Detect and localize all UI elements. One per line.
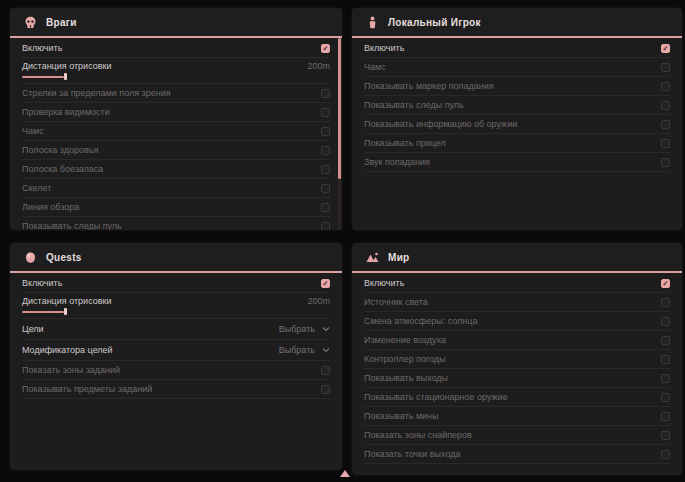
settings-row[interactable]: Показывать стационарное оружие bbox=[364, 388, 670, 407]
select-row[interactable]: Модификатора целей Выбрать bbox=[22, 340, 330, 361]
row-label: Показывать информацию об оружии bbox=[364, 119, 517, 129]
checkbox[interactable] bbox=[661, 431, 670, 440]
settings-row[interactable]: Показывать выходы bbox=[364, 369, 670, 388]
checkbox[interactable] bbox=[661, 317, 670, 326]
skull-icon bbox=[24, 16, 37, 29]
settings-row[interactable]: Линия обзора bbox=[22, 198, 330, 217]
row-label: Включить bbox=[364, 278, 404, 288]
row-label: Показывать следы пуль bbox=[364, 100, 464, 110]
checkbox[interactable] bbox=[661, 82, 670, 91]
panel-quests-header: Quests bbox=[10, 243, 342, 273]
settings-row[interactable]: Показывать мины bbox=[364, 407, 670, 426]
mountains-icon bbox=[366, 251, 379, 264]
checkbox[interactable] bbox=[661, 374, 670, 383]
checkbox[interactable] bbox=[661, 355, 670, 364]
settings-row[interactable]: Полоска боезапаса bbox=[22, 160, 330, 179]
checkbox[interactable] bbox=[661, 158, 670, 167]
settings-row[interactable]: Показывать прицел bbox=[364, 134, 670, 153]
slider-value: 200m bbox=[307, 296, 330, 306]
settings-row[interactable]: Показать зоны заданий bbox=[22, 361, 330, 380]
settings-row[interactable]: Звук попадания bbox=[364, 153, 670, 172]
settings-row[interactable]: Проверка видимости bbox=[22, 103, 330, 122]
cursor-triangle bbox=[340, 470, 350, 477]
checkbox[interactable] bbox=[661, 44, 670, 53]
row-label: Показывать маркер попадания bbox=[364, 81, 494, 91]
row-label: Линия обзора bbox=[22, 202, 79, 212]
settings-row[interactable]: Полоска здоровья bbox=[22, 141, 330, 160]
settings-row[interactable]: Включить bbox=[22, 274, 330, 293]
settings-row[interactable]: Показать точки выхода bbox=[364, 445, 670, 464]
settings-row[interactable]: Источник света bbox=[364, 293, 670, 312]
row-label: Модификатора целей bbox=[22, 345, 113, 355]
checkbox[interactable] bbox=[661, 412, 670, 421]
row-label: Включить bbox=[22, 278, 62, 288]
player-icon bbox=[366, 16, 379, 29]
overlay-menu: Враги Включить Дистанция отрисовки 200m … bbox=[0, 0, 685, 482]
row-label: Показывать следы пуль bbox=[22, 221, 122, 230]
settings-row[interactable]: Включить bbox=[364, 274, 670, 293]
settings-row[interactable]: Чамс bbox=[364, 58, 670, 77]
select-dropdown[interactable]: Выбрать bbox=[279, 324, 330, 334]
checkbox[interactable] bbox=[321, 203, 330, 212]
quests-orb-icon bbox=[24, 251, 37, 264]
panel-local-player: Локальный Игрок Включить Чамс Показывать… bbox=[352, 8, 682, 230]
slider-thumb[interactable] bbox=[64, 308, 67, 315]
row-label: Показать зоны снайперов bbox=[364, 430, 472, 440]
checkbox[interactable] bbox=[321, 108, 330, 117]
slider-thumb[interactable] bbox=[64, 73, 67, 80]
settings-row[interactable]: Включить bbox=[364, 39, 670, 58]
settings-row[interactable]: Показывать предметы заданий bbox=[22, 380, 330, 399]
row-label: Стрелки за пределами поля зрения bbox=[22, 88, 171, 98]
checkbox[interactable] bbox=[661, 393, 670, 402]
settings-row[interactable]: Чамс bbox=[22, 122, 330, 141]
slider-row: Дистанция отрисовки 200m bbox=[22, 293, 330, 319]
slider[interactable] bbox=[22, 73, 330, 80]
slider[interactable] bbox=[22, 308, 330, 315]
checkbox[interactable] bbox=[661, 450, 670, 459]
checkbox[interactable] bbox=[321, 222, 330, 231]
checkbox[interactable] bbox=[661, 279, 670, 288]
checkbox[interactable] bbox=[661, 101, 670, 110]
select-row[interactable]: Цели Выбрать bbox=[22, 319, 330, 340]
checkbox[interactable] bbox=[321, 89, 330, 98]
checkbox[interactable] bbox=[661, 139, 670, 148]
row-label: Показывать прицел bbox=[364, 138, 446, 148]
settings-row[interactable]: Показывать маркер попадания bbox=[364, 77, 670, 96]
chevron-down-icon bbox=[322, 346, 330, 354]
checkbox[interactable] bbox=[661, 298, 670, 307]
panel-world-body: Включить Источник света Смена атмосферы:… bbox=[352, 273, 682, 475]
row-label: Включить bbox=[364, 43, 404, 53]
panel-enemies-body: Включить Дистанция отрисовки 200m Стрелк… bbox=[10, 38, 342, 230]
settings-row[interactable]: Показывать информацию об оружии bbox=[364, 115, 670, 134]
settings-row[interactable]: Включить bbox=[22, 39, 330, 58]
settings-row[interactable]: Стрелки за пределами поля зрения bbox=[22, 84, 330, 103]
settings-row[interactable]: Смена атмосферы: солнца bbox=[364, 312, 670, 331]
checkbox[interactable] bbox=[661, 63, 670, 72]
settings-row[interactable]: Показывать следы пуль bbox=[22, 217, 330, 230]
checkbox[interactable] bbox=[321, 385, 330, 394]
slider-value: 200m bbox=[307, 61, 330, 71]
slider-fill bbox=[22, 311, 64, 313]
row-label: Показывать предметы заданий bbox=[22, 384, 152, 394]
row-label: Показать точки выхода bbox=[364, 449, 460, 459]
checkbox[interactable] bbox=[321, 146, 330, 155]
scrollbar-thumb[interactable] bbox=[338, 38, 341, 179]
settings-row[interactable]: Показать зоны снайперов bbox=[364, 426, 670, 445]
checkbox[interactable] bbox=[321, 165, 330, 174]
row-label: Полоска боезапаса bbox=[22, 164, 103, 174]
checkbox[interactable] bbox=[321, 366, 330, 375]
checkbox[interactable] bbox=[321, 184, 330, 193]
select-value: Выбрать bbox=[279, 345, 315, 355]
settings-row[interactable]: Изменение воздуха bbox=[364, 331, 670, 350]
checkbox[interactable] bbox=[321, 279, 330, 288]
select-dropdown[interactable]: Выбрать bbox=[279, 345, 330, 355]
settings-row[interactable]: Контроллер погоды bbox=[364, 350, 670, 369]
scrollbar[interactable] bbox=[338, 38, 341, 230]
settings-row[interactable]: Скелет bbox=[22, 179, 330, 198]
checkbox[interactable] bbox=[321, 44, 330, 53]
checkbox[interactable] bbox=[661, 120, 670, 129]
settings-row[interactable]: Показывать следы пуль bbox=[364, 96, 670, 115]
checkbox[interactable] bbox=[661, 336, 670, 345]
checkbox[interactable] bbox=[321, 127, 330, 136]
panel-title: Локальный Игрок bbox=[388, 17, 481, 28]
